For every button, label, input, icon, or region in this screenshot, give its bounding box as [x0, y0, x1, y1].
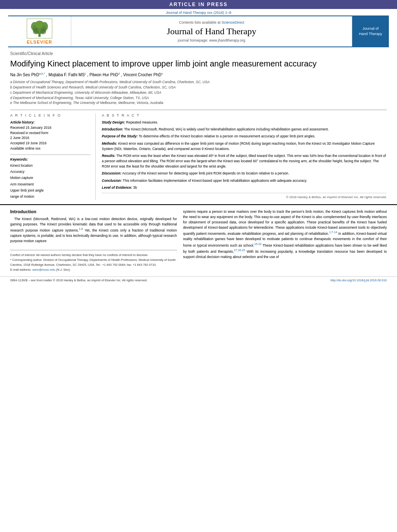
intro-text: The Kinect (Microsoft, Redmond, WA) is w… — [124, 127, 329, 131]
revised-date: 2 June 2016 — [10, 135, 90, 141]
affiliation-b: b Department of Health Sciences and Rese… — [10, 85, 387, 90]
conclusion-text: This information facilitates implementat… — [123, 179, 307, 183]
journal-header-bar: ELSEVIER Contents lists available at Sci… — [8, 15, 389, 47]
keywords-section: Keywords: Kinect location Accuracy Motio… — [10, 157, 90, 200]
elsevier-tree-logo — [25, 18, 54, 39]
elsevier-text: ELSEVIER — [27, 40, 52, 44]
journal-center: Contents lists available at ScienceDirec… — [71, 16, 352, 46]
article-main-title: Modifying Kinect placement to improve up… — [10, 58, 387, 69]
abstract-results: Results: The ROM error was the least whe… — [102, 153, 387, 170]
sciencedirect-link[interactable]: ScienceDirect — [222, 20, 244, 24]
article-info-col: A R T I C L E I N F O Article history: R… — [10, 113, 96, 200]
elsevier-logo-area: ELSEVIER — [8, 16, 71, 46]
abstract-conclusion: Conclusion: This information facilitates… — [102, 178, 387, 183]
study-design-text: Repeated measures. — [126, 120, 158, 124]
abstract-discussion: Discussion: Accuracy of the Kinect senso… — [102, 171, 387, 176]
abstract-intro: Introduction: The Kinect (Microsoft, Red… — [102, 127, 387, 132]
purpose-text: To determine effects of the Kinect locat… — [139, 134, 316, 138]
intro-para1: The Kinect (Microsoft, Redmond, WA) is a… — [10, 216, 177, 244]
intro-label: Introduction: — [102, 127, 123, 131]
introduction-heading: Introduction — [10, 209, 177, 214]
abstract-heading: A B S T R A C T — [102, 113, 387, 117]
keyword-2: Accuracy — [10, 169, 90, 175]
keyword-3: Motion capture — [10, 175, 90, 181]
homepage-label: journal homepage: — [178, 38, 209, 42]
methods-text: Kinect error was computed as difference … — [102, 141, 375, 151]
right-col-text: systems require a person to wear markers… — [183, 209, 387, 260]
author3-sup: d — [118, 72, 120, 75]
abstract-study-design: Study Design: Repeated measures. — [102, 120, 387, 125]
author4-name: , Vincent Crocher PhD — [121, 73, 161, 77]
page-footer: 0894-1130/$ – see front matter © 2016 Ha… — [0, 276, 397, 284]
study-design-label: Study Design: — [102, 120, 125, 124]
abstract-level: Level of Evidence: 3b — [102, 185, 387, 190]
email-address[interactable]: seon@musc.edu — [32, 268, 55, 272]
ref2-sup: 1,7-14 — [329, 231, 337, 234]
body-left-col: Introduction The Kinect (Microsoft, Redm… — [10, 209, 177, 273]
discussion-label: Discussion: — [102, 171, 121, 175]
svg-point-6 — [40, 29, 46, 35]
main-body: Introduction The Kinect (Microsoft, Redm… — [0, 204, 397, 277]
results-text: The ROM error was the least when the Kin… — [102, 154, 386, 168]
level-text: 3b — [133, 185, 137, 190]
introduction-body: The Kinect (Microsoft, Redmond, WA) is a… — [10, 216, 177, 244]
received-date: Received 15 January 2016 — [10, 125, 90, 130]
abstract-text: Study Design: Repeated measures. Introdu… — [102, 120, 387, 200]
footnote-area: Conflict of interest: All named authors … — [10, 250, 177, 272]
email-line: E-mail address: seon@musc.edu (N.J. Seo)… — [10, 267, 177, 272]
author3-name: , Pilwon Hur PhD — [87, 73, 118, 77]
info-divider — [10, 155, 90, 155]
email-suffix: (N.J. Seo). — [56, 268, 71, 272]
affiliation-d: d Department of Mechanical Engineering, … — [10, 95, 387, 101]
ref4-sup: 17,18,23 — [234, 249, 245, 252]
conclusion-label: Conclusion: — [102, 179, 122, 183]
corresponding-star: * — [10, 258, 11, 262]
author4-sup: e — [161, 72, 163, 75]
article-info-heading: A R T I C L E I N F O — [10, 113, 90, 117]
keyword-4: Arm movement — [10, 181, 90, 188]
author2-sup: c — [85, 72, 86, 75]
affiliation-e: e The Melbourne School of Engineering, T… — [10, 100, 387, 106]
affiliation-c: c Department of Mechanical Engineering, … — [10, 90, 387, 95]
footer-doi[interactable]: http://dx.doi.org/10.1016/j.jht.2016.06.… — [331, 278, 387, 282]
elsevier-tree-svg — [25, 18, 54, 39]
body-right-col: systems require a person to wear markers… — [183, 209, 387, 273]
purpose-label: Purpose of the Study: — [102, 134, 138, 138]
history-label: Article history: — [10, 120, 35, 124]
logo-right-line2: Hand Therapy — [359, 31, 382, 37]
right-para1: systems require a person to wear markers… — [183, 209, 387, 260]
results-label: Results: — [102, 154, 116, 158]
corresponding-text: Corresponding author. Division of Occupa… — [10, 258, 175, 267]
keyword-6: range of motion — [10, 194, 90, 200]
abstract-copyright: © 2016 Hanley & Belfus, an imprint of El… — [102, 193, 387, 200]
author1-name: Na Jin Seo PhD — [10, 73, 39, 77]
journal-homepage: journal homepage: www.jhandtherapy.org — [178, 38, 245, 42]
affiliation-a: a Division of Occupational Therapy, Depa… — [10, 79, 387, 85]
article-in-press-banner: ARTICLE IN PRESS — [0, 0, 397, 9]
contents-text: Contents lists available at — [179, 20, 222, 24]
level-label: Level of Evidence: — [102, 185, 132, 190]
contents-line: Contents lists available at ScienceDirec… — [179, 20, 244, 24]
ref1-sup: 1-6 — [79, 227, 83, 230]
affiliations: a Division of Occupational Therapy, Depa… — [10, 79, 387, 106]
abstract-methods: Methods: Kinect error was computed as di… — [102, 141, 387, 152]
author1-sup: a,b,* — [39, 72, 45, 75]
keywords-label: Keywords: — [10, 157, 28, 161]
author2-name: , Mojtaba F. Fathi MS — [46, 73, 84, 77]
discussion-text: Accuracy of the Kinect sensor for detect… — [122, 171, 289, 175]
article-authors: Na Jin Seo PhDa,b,* , Mojtaba F. Fathi M… — [10, 72, 387, 77]
abstract-purpose: Purpose of the Study: To determine effec… — [102, 134, 387, 139]
corresponding-author: * Corresponding author. Division of Occu… — [10, 258, 177, 267]
article-history: Article history: Received 15 January 201… — [10, 120, 90, 151]
svg-point-5 — [33, 29, 39, 35]
homepage-url[interactable]: www.jhandtherapy.org — [209, 38, 245, 42]
email-label: E-mail address: — [10, 268, 31, 272]
online-date: Available online xxx — [10, 146, 90, 151]
keyword-1: Kinect location — [10, 163, 90, 169]
article-info-abstract-section: A R T I C L E I N F O Article history: R… — [10, 110, 387, 200]
revised-label: Received in revised form — [10, 130, 90, 136]
article-content: Scientific/Clinical Article Modifying Ki… — [0, 47, 397, 204]
accepted-date: Accepted 19 June 2016 — [10, 141, 90, 146]
abstract-col: A B S T R A C T Study Design: Repeated m… — [102, 113, 387, 200]
journal-citation: Journal of Hand Therapy xxx (2016) 1–8 — [0, 9, 397, 15]
